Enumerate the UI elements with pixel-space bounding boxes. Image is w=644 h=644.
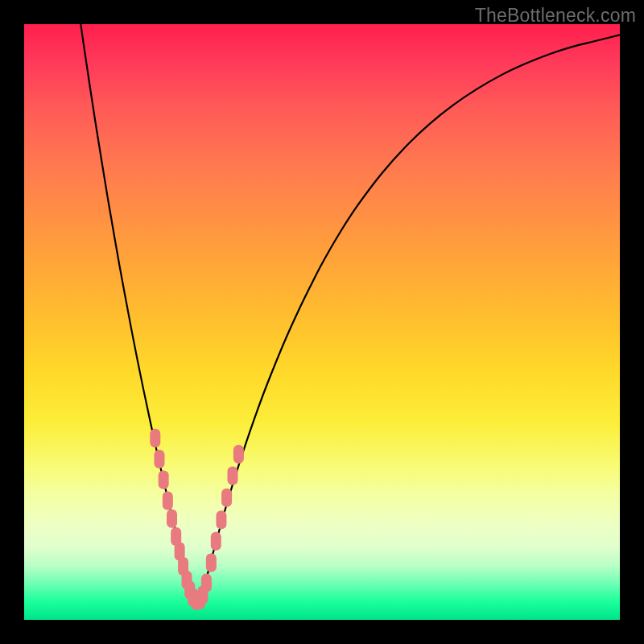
data-marker	[154, 450, 164, 469]
data-marker	[150, 429, 160, 448]
data-marker	[211, 532, 221, 551]
plot-area	[24, 24, 620, 620]
data-marker	[167, 510, 177, 528]
data-marker	[216, 510, 226, 529]
right-curve-line	[206, 35, 620, 581]
chart-frame: TheBottleneck.com	[0, 0, 644, 644]
data-marker	[221, 489, 232, 507]
watermark-text: TheBottleneck.com	[475, 5, 636, 27]
data-marker	[206, 553, 217, 572]
data-marker	[228, 466, 238, 485]
chart-svg	[24, 24, 620, 620]
data-marker	[201, 574, 212, 592]
data-marker	[159, 471, 169, 489]
data-marker	[233, 445, 244, 464]
data-marker	[163, 492, 173, 510]
data-markers	[150, 429, 244, 610]
